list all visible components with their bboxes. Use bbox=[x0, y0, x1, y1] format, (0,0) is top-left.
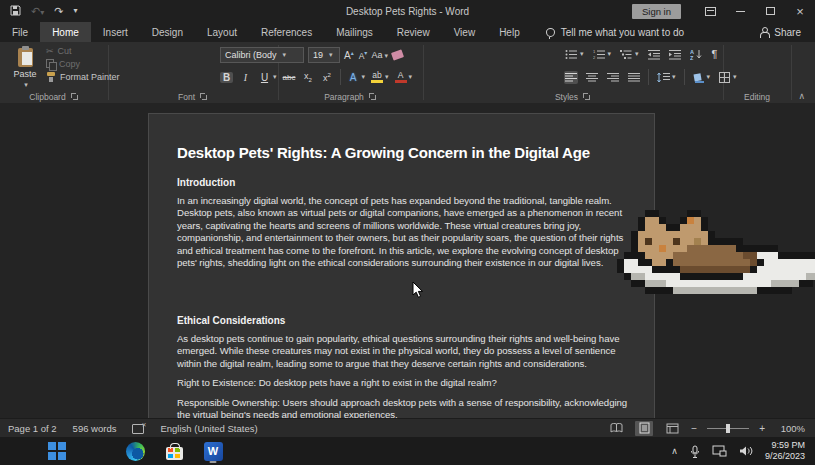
print-layout-button[interactable] bbox=[635, 421, 653, 436]
mouse-cursor bbox=[412, 281, 424, 299]
network-icon[interactable] bbox=[712, 445, 727, 457]
tab-insert[interactable]: Insert bbox=[91, 22, 140, 42]
clock[interactable]: 9:59 PM 9/26/2023 bbox=[765, 440, 805, 463]
editing-group-label: Editing bbox=[744, 92, 770, 102]
tell-me-box[interactable]: Tell me what you want to do bbox=[546, 22, 684, 42]
quick-access-toolbar: ↶▾ ↷ ▾ bbox=[0, 5, 110, 18]
minimize-icon bbox=[736, 11, 745, 12]
italic-button[interactable]: I bbox=[239, 72, 252, 83]
microphone-icon[interactable] bbox=[690, 445, 700, 458]
zoom-level[interactable]: 100% bbox=[775, 423, 805, 434]
document-page[interactable]: Desktop Pets' Rights: A Growing Concern … bbox=[148, 113, 655, 418]
sign-in-button[interactable]: Sign in bbox=[632, 4, 681, 19]
chevron-down-icon[interactable]: ▾ bbox=[273, 73, 277, 81]
paragraph-dialog-launcher-icon[interactable] bbox=[369, 93, 377, 101]
doc-para: As desktop pets continue to gain popular… bbox=[177, 333, 628, 370]
tray-date: 9/26/2023 bbox=[765, 451, 805, 462]
active-app-indicator bbox=[210, 461, 217, 463]
store-taskbar-button[interactable] bbox=[163, 439, 185, 463]
editing-group: Find▾ abacReplace Select▾ Editing bbox=[723, 42, 791, 103]
copy-icon bbox=[46, 59, 55, 69]
paste-label: Paste bbox=[13, 69, 36, 79]
lightbulb-icon bbox=[546, 28, 555, 37]
share-label: Share bbox=[774, 27, 801, 38]
doc-body: IntroductionIn an increasingly digital w… bbox=[177, 177, 628, 418]
tab-references[interactable]: References bbox=[249, 22, 324, 42]
tab-home[interactable]: Home bbox=[40, 22, 91, 42]
clipboard-dialog-launcher-icon[interactable] bbox=[71, 93, 79, 101]
start-icon bbox=[48, 442, 66, 460]
ribbon-display-options-button[interactable] bbox=[695, 0, 725, 22]
page-count[interactable]: Page 1 of 2 bbox=[8, 423, 57, 434]
maximize-button[interactable] bbox=[755, 0, 785, 22]
edge-taskbar-button[interactable] bbox=[124, 439, 146, 463]
redo-icon[interactable]: ↷ bbox=[54, 6, 63, 17]
minimize-button[interactable] bbox=[725, 0, 755, 22]
document-title: Desktop Pets' Rights: A Growing Concern … bbox=[177, 144, 628, 161]
styles-group: AaBbCcDc¶ NormalAaBbCcDc¶ No Spac...AaBb… bbox=[423, 42, 723, 103]
language-indicator[interactable]: English (United States) bbox=[160, 423, 257, 434]
paste-button[interactable]: Paste ▾ bbox=[8, 46, 42, 90]
tab-view[interactable]: View bbox=[442, 22, 488, 42]
ribbon: Paste ▾ ✂Cut Copy Format Painter Clipboa… bbox=[0, 42, 815, 103]
web-layout-button[interactable] bbox=[663, 421, 681, 436]
word-window: ↶▾ ↷ ▾ Desktop Pets Rights - Word Sign i… bbox=[0, 0, 815, 465]
tab-design[interactable]: Design bbox=[140, 22, 195, 42]
zoom-slider-handle[interactable] bbox=[726, 424, 730, 433]
clipboard-group: Paste ▾ ✂Cut Copy Format Painter Clipboa… bbox=[0, 42, 108, 103]
styles-dialog-launcher-icon[interactable] bbox=[583, 93, 591, 101]
styles-group-label: Styles bbox=[555, 92, 578, 102]
maximize-icon bbox=[766, 7, 775, 15]
tab-mailings[interactable]: Mailings bbox=[324, 22, 385, 42]
start-taskbar-button[interactable] bbox=[46, 439, 68, 463]
underline-button[interactable]: U bbox=[258, 72, 271, 83]
desktop-pet-cat[interactable] bbox=[617, 210, 815, 298]
font-dialog-launcher-icon[interactable] bbox=[200, 93, 208, 101]
word-taskbar-button[interactable]: W bbox=[202, 439, 224, 463]
tab-review[interactable]: Review bbox=[385, 22, 442, 42]
format-painter-icon bbox=[46, 72, 56, 82]
file-explorer-taskbar-button[interactable] bbox=[85, 439, 107, 463]
word-count[interactable]: 596 words bbox=[73, 423, 117, 434]
bold-button[interactable]: B bbox=[220, 72, 233, 83]
read-mode-button[interactable] bbox=[607, 421, 625, 436]
paragraph-group: ▾ 12▾ ▾ AZ ¶ ▾ ▾ ▾ Paragraph bbox=[278, 42, 423, 103]
speaker-icon[interactable] bbox=[739, 445, 753, 457]
zoom-in-button[interactable]: + bbox=[759, 423, 765, 434]
close-button[interactable]: × bbox=[785, 0, 815, 22]
web-layout-icon bbox=[666, 423, 679, 434]
paragraph-group-label: Paragraph bbox=[324, 92, 364, 102]
save-icon[interactable] bbox=[10, 5, 21, 18]
ribbon-tabs: FileHomeInsertDesignLayoutReferencesMail… bbox=[0, 22, 532, 42]
tray-time: 9:59 PM bbox=[765, 440, 805, 451]
doc-para: Responsible Ownership: Users should appr… bbox=[177, 397, 628, 418]
doc-heading: Ethical Considerations bbox=[177, 315, 628, 326]
zoom-slider[interactable] bbox=[707, 428, 749, 429]
ribbon-display-icon bbox=[705, 7, 716, 16]
read-mode-icon bbox=[610, 423, 623, 433]
group-separator bbox=[791, 45, 792, 100]
document-area: Desktop Pets' Rights: A Growing Concern … bbox=[0, 103, 815, 418]
status-bar: Page 1 of 2 596 words English (United St… bbox=[0, 418, 815, 437]
ribbon-tab-row: FileHomeInsertDesignLayoutReferencesMail… bbox=[0, 22, 815, 42]
collapse-ribbon-icon[interactable]: ∧ bbox=[798, 91, 805, 101]
chevron-down-icon: ▾ bbox=[24, 81, 28, 89]
zoom-out-button[interactable]: − bbox=[691, 423, 697, 434]
share-button[interactable]: Share bbox=[759, 22, 815, 42]
store-icon bbox=[166, 447, 183, 460]
edge-icon bbox=[126, 442, 145, 461]
tell-me-label: Tell me what you want to do bbox=[561, 27, 684, 38]
tab-help[interactable]: Help bbox=[487, 22, 532, 42]
tray-chevron-up-icon[interactable]: ∧ bbox=[671, 446, 678, 456]
undo-icon[interactable]: ↶▾ bbox=[31, 6, 44, 17]
doc-para: In an increasingly digital world, the co… bbox=[177, 195, 628, 270]
taskbar-icons: W bbox=[0, 439, 224, 463]
proofing-errors-icon[interactable] bbox=[132, 423, 144, 433]
tab-file[interactable]: File bbox=[0, 22, 40, 42]
customize-qat-icon[interactable]: ▾ bbox=[73, 7, 77, 15]
scissors-icon: ✂ bbox=[46, 46, 54, 56]
clipboard-group-label: Clipboard bbox=[29, 92, 65, 102]
font-group-label: Font bbox=[178, 92, 195, 102]
tab-layout[interactable]: Layout bbox=[195, 22, 249, 42]
word-icon: W bbox=[204, 442, 223, 461]
